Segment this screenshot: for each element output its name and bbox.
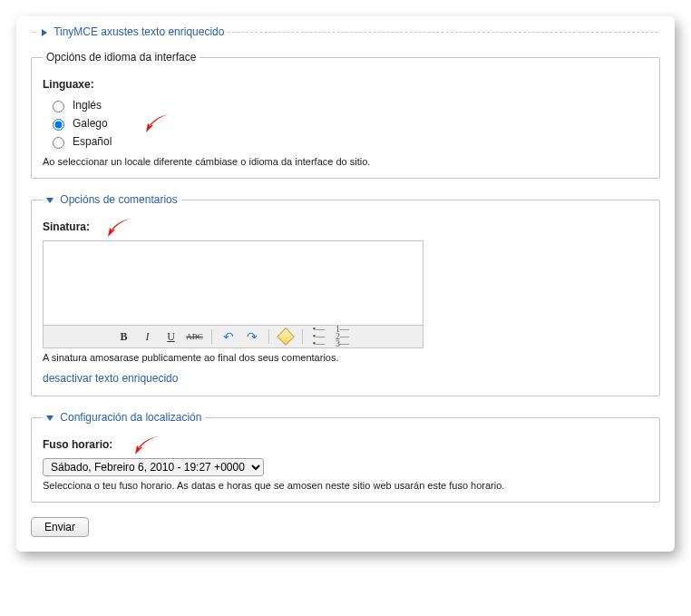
number-list-button[interactable]: 1—2—3— — [334, 328, 352, 345]
collapse-icon — [46, 416, 54, 421]
redo-button[interactable]: ↷ — [243, 328, 261, 345]
interface-language-fieldset: Opcións de idioma da interface Linguaxe:… — [31, 51, 660, 179]
annotation-arrow-icon — [146, 112, 173, 132]
interface-language-legend: Opcións de idioma da interface — [43, 51, 200, 64]
strike-button[interactable]: ABC — [186, 328, 204, 345]
signature-editor: B I U ABC ↶ ↷ •—•—•— 1—2—3— — [43, 240, 423, 348]
language-help: Ao seleccionar un locale diferente cámbi… — [43, 156, 648, 167]
clear-format-button[interactable] — [277, 328, 295, 345]
editor-toolbar: B I U ABC ↶ ↷ •—•—•— 1—2—3— — [44, 325, 423, 347]
lang-radio-espanol[interactable] — [53, 137, 64, 149]
timezone-select[interactable]: Sábado, Febreiro 6, 2010 - 19:27 +0000 — [43, 458, 264, 476]
bullet-list-button[interactable]: •—•—•— — [310, 328, 328, 345]
disable-rich-text-link[interactable]: desactivar texto enriquecido — [43, 372, 178, 385]
lang-option-row: Galego — [48, 116, 648, 131]
submit-button[interactable]: Enviar — [31, 517, 89, 537]
localization-fieldset: Configuración da localización Fuso horar… — [31, 411, 660, 503]
tinymce-settings-link[interactable]: TinyMCE axustes texto enriquecido — [54, 25, 224, 38]
expand-icon — [42, 29, 47, 36]
signature-help: A sinatura amosarase publicamente ao fin… — [43, 352, 648, 363]
lang-radio-ingles[interactable] — [53, 101, 64, 112]
lang-option-label: Inglés — [73, 99, 102, 112]
lang-option-row: Español — [48, 134, 648, 149]
underline-button[interactable]: U — [162, 328, 180, 345]
italic-button[interactable]: I — [139, 328, 157, 345]
localization-legend-link[interactable]: Configuración da localización — [60, 411, 201, 424]
comments-legend-link[interactable]: Opcións de comentarios — [60, 193, 177, 206]
language-label: Linguaxe: — [43, 78, 648, 91]
timezone-help: Selecciona o teu fuso horario. As datas … — [43, 480, 648, 491]
lang-option-row: Inglés — [48, 98, 648, 112]
timezone-label: Fuso horario: — [43, 438, 648, 451]
signature-textarea[interactable] — [44, 241, 423, 325]
lang-radio-galego[interactable] — [53, 119, 64, 131]
bold-button[interactable]: B — [115, 328, 133, 345]
lang-option-label: Español — [73, 135, 112, 148]
comments-fieldset: Opcións de comentarios Sinatura: B I U A… — [31, 193, 660, 396]
lang-option-label: Galego — [73, 117, 108, 130]
separator-icon — [211, 329, 212, 344]
tinymce-settings-collapsed: TinyMCE axustes texto enriquecido — [31, 25, 660, 38]
undo-button[interactable]: ↶ — [219, 328, 238, 345]
collapse-icon — [46, 198, 54, 203]
separator-icon — [302, 329, 303, 344]
signature-label: Sinatura: — [43, 220, 648, 233]
settings-form: TinyMCE axustes texto enriquecido Opción… — [16, 16, 675, 552]
separator-icon — [268, 329, 269, 344]
